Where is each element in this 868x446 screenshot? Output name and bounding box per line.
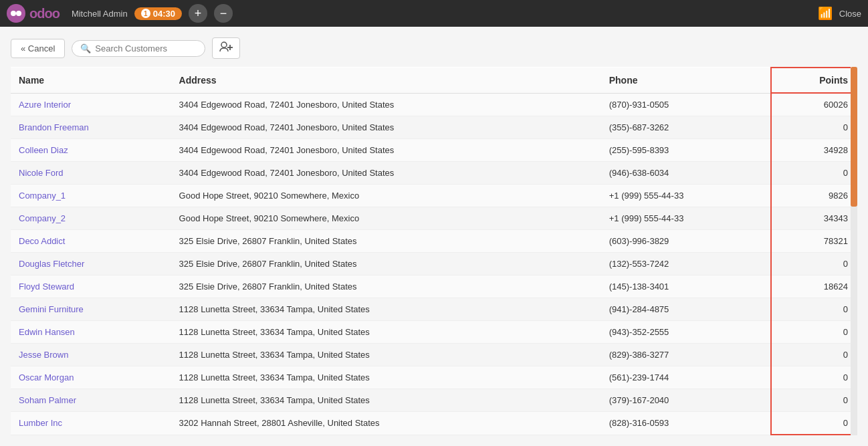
table-row[interactable]: Company_1Good Hope Street, 90210 Somewhe… (11, 185, 857, 207)
wifi-icon: 📶 (818, 6, 833, 21)
cell-points: 18624 (771, 275, 857, 298)
cell-phone: (355)-687-3262 (601, 116, 771, 139)
col-phone: Phone (601, 68, 771, 93)
add-button[interactable]: + (189, 4, 207, 23)
cell-points: 9826 (771, 185, 857, 207)
search-input[interactable] (95, 43, 197, 53)
cell-phone: (255)-595-8393 (601, 139, 771, 162)
cell-phone: (828)-316-0593 (601, 412, 771, 435)
customer-name-link[interactable]: Oscar Morgan (19, 372, 74, 382)
search-icon: 🔍 (80, 43, 91, 53)
cell-name: Deco Addict (11, 230, 171, 253)
logo-text: odoo (29, 6, 60, 21)
table-row[interactable]: Floyd Steward325 Elsie Drive, 26807 Fran… (11, 275, 857, 298)
customer-name-link[interactable]: Nicole Ford (19, 168, 63, 178)
cell-name: Edwin Hansen (11, 321, 171, 344)
cell-address: Good Hope Street, 90210 Somewhere, Mexic… (171, 207, 601, 230)
cell-name: Gemini Furniture (11, 298, 171, 321)
table-row[interactable]: Nicole Ford3404 Edgewood Road, 72401 Jon… (11, 162, 857, 185)
timer-dot: 1 (141, 9, 150, 18)
cell-points: 0 (771, 298, 857, 321)
table-row[interactable]: Deco Addict325 Elsie Drive, 26807 Frankl… (11, 230, 857, 253)
col-points: Points (771, 68, 857, 93)
customer-name-link[interactable]: Brandon Freeman (19, 122, 89, 132)
cell-name: Nicole Ford (11, 162, 171, 185)
minus-button[interactable]: − (214, 4, 233, 23)
cell-name: Lumber Inc (11, 412, 171, 435)
cell-name: Company_2 (11, 207, 171, 230)
cell-phone: +1 (999) 555-44-33 (601, 185, 771, 207)
customer-name-link[interactable]: Company_1 (19, 191, 66, 201)
cell-points: 0 (771, 253, 857, 275)
cell-phone: (943)-352-2555 (601, 321, 771, 344)
table-row[interactable]: Oscar Morgan1128 Lunetta Street, 33634 T… (11, 366, 857, 389)
scroll-thumb[interactable] (851, 67, 857, 207)
table-row[interactable]: Azure Interior3404 Edgewood Road, 72401 … (11, 93, 857, 116)
cell-points: 60026 (771, 93, 857, 116)
customer-name-link[interactable]: Jesse Brown (19, 350, 68, 360)
admin-name: Mitchell Admin (72, 9, 128, 19)
cell-name: Jesse Brown (11, 344, 171, 366)
cell-name: Floyd Steward (11, 275, 171, 298)
cell-address: 1128 Lunetta Street, 33634 Tampa, United… (171, 321, 601, 344)
table-row[interactable]: Colleen Diaz3404 Edgewood Road, 72401 Jo… (11, 139, 857, 162)
add-customer-button[interactable] (212, 37, 240, 59)
table-row[interactable]: Lumber Inc3202 Hannah Street, 28801 Ashe… (11, 412, 857, 435)
odoo-logo-icon (9, 6, 23, 21)
topbar: odoo Mitchell Admin 1 04:30 + − 📶 Close (0, 0, 868, 27)
customer-name-link[interactable]: Lumber Inc (19, 418, 62, 428)
cancel-button[interactable]: « Cancel (11, 39, 65, 58)
customer-name-link[interactable]: Deco Addict (19, 236, 65, 246)
cell-phone: (379)-167-2040 (601, 389, 771, 412)
customer-name-link[interactable]: Edwin Hansen (19, 327, 75, 337)
customer-table: Name Address Phone Points Azure Interior… (11, 67, 857, 435)
table-row[interactable]: Edwin Hansen1128 Lunetta Street, 33634 T… (11, 321, 857, 344)
cell-address: 1128 Lunetta Street, 33634 Tampa, United… (171, 389, 601, 412)
table-row[interactable]: Jesse Brown1128 Lunetta Street, 33634 Ta… (11, 344, 857, 366)
cell-name: Brandon Freeman (11, 116, 171, 139)
table-row[interactable]: Soham Palmer1128 Lunetta Street, 33634 T… (11, 389, 857, 412)
close-button[interactable]: Close (839, 9, 861, 19)
customer-name-link[interactable]: Soham Palmer (19, 395, 76, 405)
cell-name: Oscar Morgan (11, 366, 171, 389)
table-row[interactable]: Douglas Fletcher325 Elsie Drive, 26807 F… (11, 253, 857, 275)
scroll-track (851, 67, 857, 435)
cell-phone: (132)-553-7242 (601, 253, 771, 275)
cell-address: 325 Elsie Drive, 26807 Franklin, United … (171, 253, 601, 275)
cell-phone: (145)-138-3401 (601, 275, 771, 298)
customer-name-link[interactable]: Floyd Steward (19, 282, 74, 292)
customer-name-link[interactable]: Azure Interior (19, 100, 71, 110)
search-box: 🔍 (72, 40, 205, 57)
logo-circle (7, 4, 25, 23)
svg-point-1 (16, 11, 21, 16)
table-row[interactable]: Gemini Furniture1128 Lunetta Street, 336… (11, 298, 857, 321)
timer-badge: 1 04:30 (134, 7, 182, 20)
cell-phone: (561)-239-1744 (601, 366, 771, 389)
cell-name: Company_1 (11, 185, 171, 207)
cell-address: 325 Elsie Drive, 26807 Franklin, United … (171, 230, 601, 253)
col-address: Address (171, 68, 601, 93)
cell-points: 0 (771, 389, 857, 412)
cell-address: 325 Elsie Drive, 26807 Franklin, United … (171, 275, 601, 298)
cell-points: 0 (771, 412, 857, 435)
cell-points: 0 (771, 366, 857, 389)
col-name: Name (11, 68, 171, 93)
odoo-logo: odoo (7, 4, 60, 23)
customer-name-link[interactable]: Douglas Fletcher (19, 259, 84, 269)
svg-point-0 (11, 11, 16, 16)
cell-name: Azure Interior (11, 93, 171, 116)
cell-points: 78321 (771, 230, 857, 253)
cell-phone: (603)-996-3829 (601, 230, 771, 253)
customer-name-link[interactable]: Company_2 (19, 213, 66, 223)
table-row[interactable]: Brandon Freeman3404 Edgewood Road, 72401… (11, 116, 857, 139)
cell-address: 3404 Edgewood Road, 72401 Jonesboro, Uni… (171, 93, 601, 116)
customer-name-link[interactable]: Colleen Diaz (19, 145, 68, 155)
cell-name: Colleen Diaz (11, 139, 171, 162)
toolbar: « Cancel 🔍 (11, 37, 857, 59)
customer-name-link[interactable]: Gemini Furniture (19, 304, 84, 314)
table-row[interactable]: Company_2Good Hope Street, 90210 Somewhe… (11, 207, 857, 230)
cell-name: Douglas Fletcher (11, 253, 171, 275)
timer-value: 04:30 (153, 9, 175, 19)
cell-points: 0 (771, 321, 857, 344)
table-container: Name Address Phone Points Azure Interior… (11, 67, 857, 435)
